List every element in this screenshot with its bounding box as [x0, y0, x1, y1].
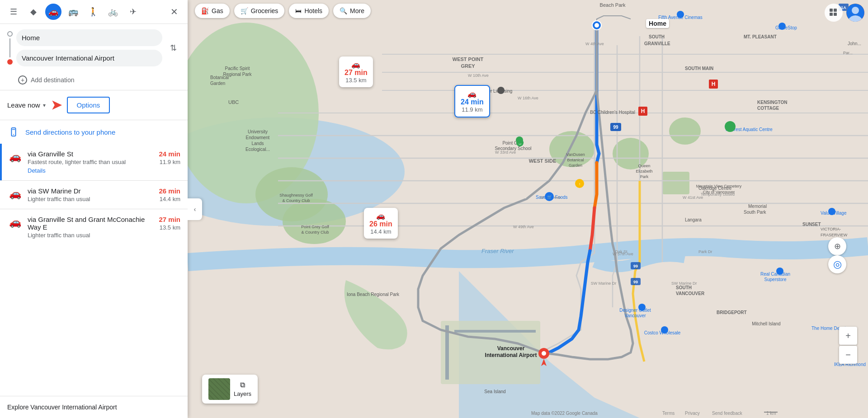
svg-rect-133: [830, 13, 833, 16]
svg-text:& Country Club: & Country Club: [282, 198, 310, 203]
route-time-3: 27 min: [159, 216, 180, 223]
svg-text:99: 99: [613, 125, 618, 130]
svg-text:Mountain View Cemetery: Mountain View Cemetery: [696, 184, 742, 188]
svg-text:Mitchell Island: Mitchell Island: [752, 321, 780, 326]
car-mode-icon[interactable]: 🚗: [45, 4, 61, 20]
layers-label: Layers: [234, 390, 251, 397]
options-button[interactable]: Options: [67, 97, 110, 113]
destination-input[interactable]: [16, 50, 162, 66]
svg-text:🛒: 🛒: [547, 194, 552, 200]
route-time-1: 24 min: [159, 150, 180, 158]
car-icon-3: 🚗: [9, 216, 21, 228]
origin-input[interactable]: [16, 29, 162, 46]
svg-text:City of Vancouver: City of Vancouver: [703, 190, 735, 194]
user-avatar-button[interactable]: [846, 4, 864, 22]
svg-text:Botanical: Botanical: [567, 158, 584, 162]
svg-text:GRANVILLE: GRANVILLE: [644, 41, 670, 46]
zoom-out-button[interactable]: −: [839, 346, 857, 364]
car-icon-2: 🚗: [9, 188, 21, 200]
groceries-filter-button[interactable]: 🛒 Groceries: [234, 4, 285, 18]
route-callout-26min[interactable]: 🚗 26 min 14.4 km: [364, 208, 398, 239]
leave-now-label: Leave now: [7, 101, 40, 109]
send-directions-button[interactable]: Send directions to your phone: [0, 120, 188, 144]
svg-text:SOUTH MAIN: SOUTH MAIN: [685, 66, 713, 71]
route-dots: [7, 29, 13, 66]
hotels-label: Hotels: [304, 7, 322, 14]
svg-text:H: H: [641, 108, 645, 114]
callout-dist-1: 13.5 km: [345, 77, 366, 84]
gas-icon: ⛽: [201, 7, 209, 14]
svg-text:WEST POINT: WEST POINT: [453, 56, 484, 62]
svg-text:Garden: Garden: [569, 163, 582, 168]
svg-text:SUNSET: SUNSET: [802, 222, 821, 227]
svg-text:South Park: South Park: [744, 210, 766, 215]
route-time-dist-3: 27 min 13.5 km: [159, 216, 180, 231]
route-desc-3: Lighter traffic than usual: [28, 232, 152, 239]
transit-mode-icon[interactable]: 🚌: [65, 4, 81, 20]
compass-button[interactable]: ⊕: [828, 237, 846, 255]
route-list: 🚗 via Granville St Fastest route, lighte…: [0, 144, 188, 245]
route-item-3[interactable]: 🚗 via Granville St and Grant McConachie …: [0, 209, 188, 245]
svg-text:Pacific Spirit: Pacific Spirit: [225, 66, 250, 71]
layers-button[interactable]: ⧉ Layers: [202, 375, 258, 404]
svg-text:SW Marine Dr: SW Marine Dr: [671, 281, 697, 286]
menu-icon[interactable]: ☰: [5, 4, 22, 20]
svg-text:Memorial: Memorial: [748, 204, 767, 209]
add-destination-button[interactable]: + Add destination: [0, 72, 188, 90]
callout-dist-2: 11.9 km: [462, 106, 482, 113]
svg-text:Ecological...: Ecological...: [245, 147, 270, 152]
route-callout-24min[interactable]: 🚗 24 min 11.9 km: [454, 85, 490, 117]
diamond-icon[interactable]: ◆: [25, 4, 42, 20]
svg-text:!: !: [579, 182, 580, 186]
svg-text:Vancouver: Vancouver: [497, 345, 525, 352]
route-dist-3: 13.5 km: [159, 224, 180, 231]
route-callout-27min[interactable]: 🚗 27 min 13.5 km: [339, 56, 373, 87]
svg-text:Designer Outlet: Designer Outlet: [619, 308, 651, 313]
route-item-1[interactable]: 🚗 via Granville St Fastest route, lighte…: [0, 144, 188, 180]
svg-text:& Country Club: & Country Club: [301, 230, 329, 235]
svg-point-128: [497, 87, 505, 94]
gas-filter-button[interactable]: ⛽ Gas: [195, 4, 230, 18]
svg-text:SOUTH: SOUTH: [676, 285, 692, 290]
bike-mode-icon[interactable]: 🚲: [105, 4, 121, 20]
route-name-3: via Granville St and Grant McConachie Wa…: [28, 216, 152, 231]
route-item-2[interactable]: 🚗 via SW Marine Dr Lighter traffic than …: [0, 181, 188, 209]
leave-now-button[interactable]: Leave now ▾: [7, 101, 46, 109]
gas-label: Gas: [212, 7, 223, 14]
flight-mode-icon[interactable]: ✈: [125, 4, 141, 20]
apps-grid-button[interactable]: [825, 4, 843, 22]
svg-text:W 4th Ave: W 4th Ave: [585, 42, 604, 46]
svg-text:Shaughnessy Golf: Shaughnessy Golf: [279, 193, 313, 197]
groceries-label: Groceries: [251, 7, 278, 14]
my-location-button[interactable]: ◎: [828, 255, 846, 273]
svg-rect-131: [830, 9, 833, 12]
svg-text:Vancouver: Vancouver: [624, 313, 646, 318]
svg-text:Superstore: Superstore: [764, 277, 787, 282]
svg-text:Map data ©2022 Google  Canada: Map data ©2022 Google Canada: [531, 411, 598, 416]
walk-mode-icon[interactable]: 🚶: [85, 4, 101, 20]
svg-text:Fraser River: Fraser River: [481, 248, 514, 254]
svg-text:99: 99: [633, 264, 638, 268]
route-details-link-1[interactable]: Details: [28, 167, 152, 174]
svg-text:W 57th Ave: W 57th Ave: [613, 252, 633, 256]
svg-text:MT. PLEASANT: MT. PLEASANT: [744, 34, 777, 39]
svg-point-130: [725, 121, 736, 132]
svg-text:KENSINGTON: KENSINGTON: [757, 100, 788, 105]
svg-text:1 km: 1 km: [766, 411, 776, 416]
svg-rect-13: [454, 330, 536, 333]
route-time-dist-2: 26 min 14.4 km: [159, 187, 180, 202]
zoom-in-button[interactable]: +: [839, 327, 857, 345]
svg-point-136: [852, 7, 859, 14]
route-details-1: via Granville St Fastest route, lighter …: [28, 150, 152, 174]
swap-button[interactable]: ⇅: [166, 29, 180, 66]
svg-point-129: [516, 136, 523, 144]
svg-point-17: [542, 351, 546, 356]
svg-text:Regional Park: Regional Park: [223, 72, 252, 77]
svg-text:Real Canadian: Real Canadian: [760, 272, 790, 277]
svg-point-9: [669, 117, 701, 145]
collapse-panel-button[interactable]: ‹: [188, 198, 202, 220]
map-background[interactable]: UBC Botanical Garden University Endowmen…: [188, 0, 868, 418]
close-button[interactable]: ✕: [166, 4, 182, 20]
hotels-filter-button[interactable]: 🛏 Hotels: [289, 4, 329, 18]
more-filter-button[interactable]: 🔍 More: [333, 4, 371, 18]
